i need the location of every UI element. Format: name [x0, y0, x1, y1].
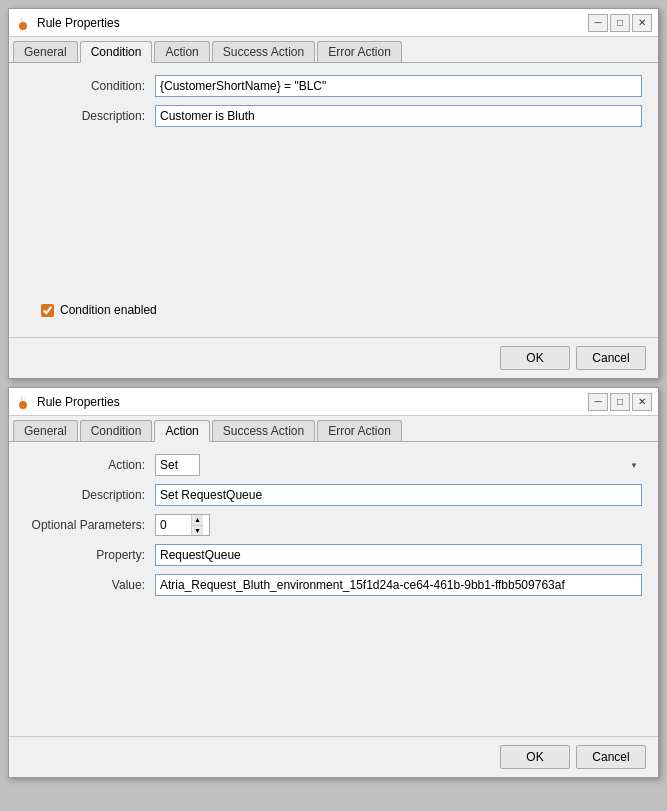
window-controls-1: ─ □ ✕	[588, 14, 652, 32]
spinner-up[interactable]: ▲	[192, 515, 203, 526]
tab-condition-2[interactable]: Condition	[80, 420, 153, 441]
property-label: Property:	[25, 548, 155, 562]
spinner-down[interactable]: ▼	[192, 526, 203, 536]
app-icon-1	[15, 15, 31, 31]
description-row-2: Description:	[25, 484, 642, 506]
tab-condition-1[interactable]: Condition	[80, 41, 153, 63]
window-1: Rule Properties ─ □ ✕ General Condition …	[8, 8, 659, 379]
condition-input[interactable]	[155, 75, 642, 97]
optional-params-row: Optional Parameters: ▲ ▼	[25, 514, 642, 536]
window-controls-2: ─ □ ✕	[588, 393, 652, 411]
tab-action-2[interactable]: Action	[154, 420, 209, 442]
value-row: Value:	[25, 574, 642, 596]
tab-error-action-1[interactable]: Error Action	[317, 41, 402, 62]
cancel-button-1[interactable]: Cancel	[576, 346, 646, 370]
tab-error-action-2[interactable]: Error Action	[317, 420, 402, 441]
window-2: Rule Properties ─ □ ✕ General Condition …	[8, 387, 659, 778]
tab-action-1[interactable]: Action	[154, 41, 209, 62]
cancel-button-2[interactable]: Cancel	[576, 745, 646, 769]
condition-row: Condition:	[25, 75, 642, 97]
description-input-2[interactable]	[155, 484, 642, 506]
ok-button-2[interactable]: OK	[500, 745, 570, 769]
description-label-1: Description:	[25, 109, 155, 123]
spacer-1	[25, 135, 642, 295]
description-label-2: Description:	[25, 488, 155, 502]
window-body-2: Action: Set Description: Optional Parame…	[9, 442, 658, 736]
value-input[interactable]	[155, 574, 642, 596]
description-input-1[interactable]	[155, 105, 642, 127]
condition-enabled-checkbox[interactable]	[41, 304, 54, 317]
close-btn-2[interactable]: ✕	[632, 393, 652, 411]
title-bar-2: Rule Properties ─ □ ✕	[9, 388, 658, 416]
spacer-2	[25, 604, 642, 724]
app-icon-2	[15, 394, 31, 410]
ok-button-1[interactable]: OK	[500, 346, 570, 370]
condition-enabled-row: Condition enabled	[25, 303, 642, 317]
optional-params-label: Optional Parameters:	[25, 518, 155, 532]
minimize-btn-1[interactable]: ─	[588, 14, 608, 32]
tab-success-action-2[interactable]: Success Action	[212, 420, 315, 441]
action-row: Action: Set	[25, 454, 642, 476]
title-text-2: Rule Properties	[37, 395, 588, 409]
close-btn-1[interactable]: ✕	[632, 14, 652, 32]
svg-point-1	[19, 401, 27, 409]
tab-bar-2: General Condition Action Success Action …	[9, 416, 658, 442]
optional-params-input[interactable]	[156, 515, 191, 535]
svg-point-0	[19, 22, 27, 30]
window-body-1: Condition: Description: Condition enable…	[9, 63, 658, 337]
property-row: Property:	[25, 544, 642, 566]
tab-general-2[interactable]: General	[13, 420, 78, 441]
spinner-buttons: ▲ ▼	[191, 515, 203, 535]
bottom-bar-1: OK Cancel	[9, 337, 658, 378]
action-select[interactable]: Set	[155, 454, 200, 476]
tab-bar-1: General Condition Action Success Action …	[9, 37, 658, 63]
description-row-1: Description:	[25, 105, 642, 127]
action-label: Action:	[25, 458, 155, 472]
bottom-bar-2: OK Cancel	[9, 736, 658, 777]
optional-params-spinner: ▲ ▼	[155, 514, 210, 536]
minimize-btn-2[interactable]: ─	[588, 393, 608, 411]
tab-success-action-1[interactable]: Success Action	[212, 41, 315, 62]
condition-label: Condition:	[25, 79, 155, 93]
title-text-1: Rule Properties	[37, 16, 588, 30]
property-input[interactable]	[155, 544, 642, 566]
title-bar-1: Rule Properties ─ □ ✕	[9, 9, 658, 37]
value-label: Value:	[25, 578, 155, 592]
tab-general-1[interactable]: General	[13, 41, 78, 62]
maximize-btn-2[interactable]: □	[610, 393, 630, 411]
maximize-btn-1[interactable]: □	[610, 14, 630, 32]
condition-enabled-label: Condition enabled	[60, 303, 157, 317]
action-select-container: Set	[155, 454, 642, 476]
